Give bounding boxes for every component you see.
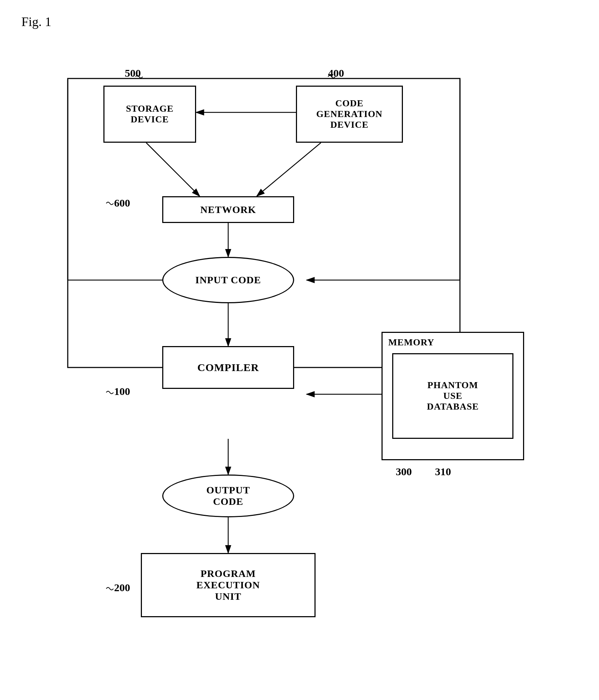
ref-400: 400 (328, 67, 344, 79)
svg-line-4 (146, 143, 200, 196)
phantom-use-database-box: PHANTOMUSEDATABASE (392, 353, 513, 439)
program-execution-unit-label: PROGRAMEXECUTIONUNIT (196, 568, 260, 602)
program-execution-unit-box: PROGRAMEXECUTIONUNIT (141, 553, 316, 617)
storage-device-label: STORAGEDEVICE (126, 103, 174, 125)
ref-300: 300 (396, 466, 412, 478)
page: Fig. 1 (0, 0, 599, 700)
diagram-container: STORAGEDEVICE CODEGENERATIONDEVICE NETWO… (36, 43, 563, 685)
input-code-label: INPUT CODE (195, 274, 261, 286)
input-code-ellipse: INPUT CODE (162, 257, 294, 303)
output-code-label: OUTPUTCODE (206, 485, 250, 507)
memory-label: MEMORY (388, 337, 434, 348)
network-label: NETWORK (200, 204, 256, 215)
ref-310: 310 (435, 466, 451, 478)
code-generation-device-label: CODEGENERATIONDEVICE (316, 98, 383, 130)
compiler-label: COMPILER (198, 361, 259, 374)
figure-label: Fig. 1 (21, 14, 51, 29)
output-code-ellipse: OUTPUTCODE (162, 475, 294, 517)
ref-600: 600 (114, 197, 130, 209)
compiler-box: COMPILER (162, 346, 294, 389)
ref-100: 100 (114, 385, 130, 397)
phantom-use-database-label: PHANTOMUSEDATABASE (427, 380, 479, 412)
code-generation-device-box: CODEGENERATIONDEVICE (296, 86, 403, 143)
svg-line-5 (257, 143, 321, 196)
ref-500: 500 (125, 67, 141, 79)
ref-200: 200 (114, 582, 130, 594)
network-box: NETWORK (162, 196, 294, 223)
storage-device-box: STORAGEDEVICE (103, 86, 196, 143)
